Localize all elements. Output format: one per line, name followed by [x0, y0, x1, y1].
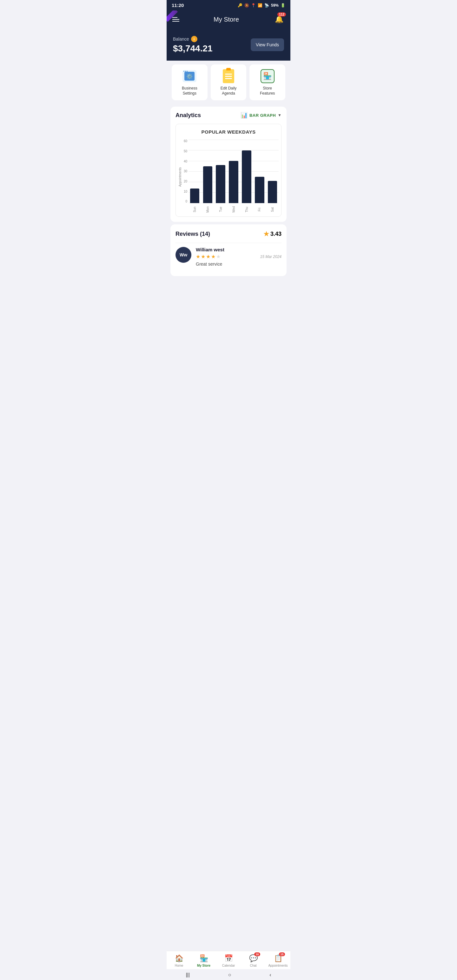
y-label-40: 40: [184, 160, 187, 163]
bar-sun: [190, 189, 200, 204]
star-1: ★: [196, 254, 200, 259]
eda-line3: [225, 78, 232, 79]
bars-wrapper: [188, 140, 279, 203]
key-icon: 🔑: [238, 3, 242, 8]
analytics-header: Analytics 📊 BAR GRAPH ▼: [175, 112, 282, 119]
promo-ribbon: [167, 11, 179, 23]
status-bar: 11:20 🔑 🔕 📍 📶 📡 59% 🔋: [167, 0, 290, 11]
notification-bell[interactable]: 🔔 112: [273, 14, 285, 25]
business-settings-icon: ⚙️: [183, 70, 196, 82]
store-features-card[interactable]: 🏪 Store Features: [250, 64, 285, 100]
reviews-section: Reviews (14) ★ 3.43 Ww William west ★ ★ …: [170, 224, 287, 276]
reviews-header: Reviews (14) ★ 3.43: [175, 230, 282, 238]
x-labels: SunMonTueWedThuFriSat: [188, 205, 279, 214]
x-label-sat: Sat: [267, 205, 278, 214]
bar-mon: [203, 166, 213, 204]
app-header: My Store 🔔 112: [167, 11, 290, 30]
review-content: William west ★ ★ ★ ★ ★ 15 Mar 2024 Great…: [196, 247, 282, 267]
bar-col-fri: [254, 140, 265, 203]
bar-sat: [268, 181, 277, 203]
bar-col-sat: [267, 140, 278, 203]
wifi-icon: 📶: [258, 3, 263, 8]
battery-icon: 🔋: [280, 3, 285, 8]
x-label-wed: Wed: [228, 205, 239, 214]
star-5: ★: [216, 254, 221, 259]
review-date: 15 Mar 2024: [260, 255, 282, 259]
bar-col-thu: [241, 140, 252, 203]
business-settings-icon-container: ⚙️: [182, 69, 197, 83]
bar-thu: [242, 150, 252, 204]
review-meta: ★ ★ ★ ★ ★ 15 Mar 2024: [196, 254, 282, 259]
analytics-section: Analytics 📊 BAR GRAPH ▼ POPULAR WEEKDAYS…: [170, 107, 287, 222]
battery-label: 59%: [271, 3, 279, 8]
store-features-icon: 🏪: [261, 69, 274, 83]
view-funds-button[interactable]: View Funds: [251, 38, 284, 51]
location-icon: 📍: [251, 3, 256, 8]
store-features-label: Store Features: [260, 86, 275, 96]
review-text: Great service: [196, 261, 282, 267]
chart-type-label: BAR GRAPH: [250, 113, 276, 118]
bar-wed: [229, 161, 238, 203]
bs-inner: ⚙️: [185, 72, 194, 81]
reviewer-name: William west: [196, 247, 282, 252]
balance-card: Balance i $3,744.21 View Funds: [167, 30, 290, 60]
x-label-mon: Mon: [202, 205, 213, 214]
x-label-tue: Tue: [215, 205, 226, 214]
mute-icon: 🔕: [244, 3, 249, 8]
review-item: Ww William west ★ ★ ★ ★ ★ 15 Mar 2024 Gr…: [175, 243, 282, 270]
y-axis-label: Appointments: [178, 167, 182, 187]
x-label-fri: Fri: [254, 205, 265, 214]
status-time: 11:20: [172, 3, 184, 8]
y-label-10: 10: [184, 190, 187, 193]
bar-col-mon: [202, 140, 213, 203]
review-stars: ★ ★ ★ ★ ★: [196, 254, 221, 259]
bar-fri: [255, 177, 264, 203]
x-label-sun: Sun: [189, 205, 200, 214]
reviews-title: Reviews (14): [175, 231, 210, 237]
status-icons: 🔑 🔕 📍 📶 📡 59% 🔋: [238, 3, 285, 8]
reviews-rating: ★ 3.43: [263, 230, 282, 238]
chart-title: POPULAR WEEKDAYS: [178, 129, 279, 135]
notification-badge: 112: [277, 13, 286, 16]
chart-type-dropdown-arrow: ▼: [278, 113, 282, 118]
business-settings-card[interactable]: ⚙️ Business Settings: [172, 64, 207, 100]
star-4: ★: [211, 254, 215, 259]
bar-col-tue: [215, 140, 226, 203]
store-features-icon-container: 🏪: [260, 69, 275, 83]
signal-icon: 📡: [264, 3, 269, 8]
rating-star-icon: ★: [263, 230, 269, 238]
store-star-icon: 🏪: [263, 72, 272, 80]
edit-daily-agenda-icon: [223, 69, 234, 83]
bar-graph-chart-icon: 📊: [240, 112, 248, 119]
reviewer-avatar: Ww: [175, 247, 191, 263]
bar-tue: [216, 165, 225, 203]
y-label-50: 50: [184, 150, 187, 153]
header-title: My Store: [213, 16, 239, 23]
x-label-thu: Thu: [241, 205, 252, 214]
bars-area: [188, 140, 279, 203]
y-label-30: 30: [184, 170, 187, 173]
edit-daily-agenda-card[interactable]: Edit Daily Agenda: [211, 64, 247, 100]
edit-daily-agenda-icon-container: [221, 69, 236, 83]
balance-info-icon[interactable]: i: [191, 36, 197, 42]
quick-actions: ⚙️ Business Settings Edit Daily Agenda: [167, 60, 290, 104]
analytics-title: Analytics: [175, 112, 201, 119]
y-label-20: 20: [184, 180, 187, 183]
star-2: ★: [201, 254, 205, 259]
edit-daily-agenda-label: Edit Daily Agenda: [221, 86, 237, 96]
chart-type-selector[interactable]: 📊 BAR GRAPH ▼: [240, 112, 282, 119]
eda-line1: [225, 74, 232, 75]
gear-icon: ⚙️: [186, 73, 193, 80]
balance-info: Balance i $3,744.21: [173, 36, 213, 54]
business-settings-label: Business Settings: [182, 86, 197, 96]
y-label-60: 60: [184, 140, 187, 143]
balance-label: Balance i: [173, 36, 213, 42]
chart-container: POPULAR WEEKDAYS Appointments 0 10 20 30…: [175, 124, 282, 217]
clipboard-clip: [226, 68, 231, 70]
bs-dots: [183, 71, 188, 72]
eda-line2: [225, 76, 232, 77]
rating-value: 3.43: [271, 231, 282, 237]
balance-amount: $3,744.21: [173, 43, 213, 54]
bar-col-sun: [189, 140, 200, 203]
star-3: ★: [206, 254, 210, 259]
